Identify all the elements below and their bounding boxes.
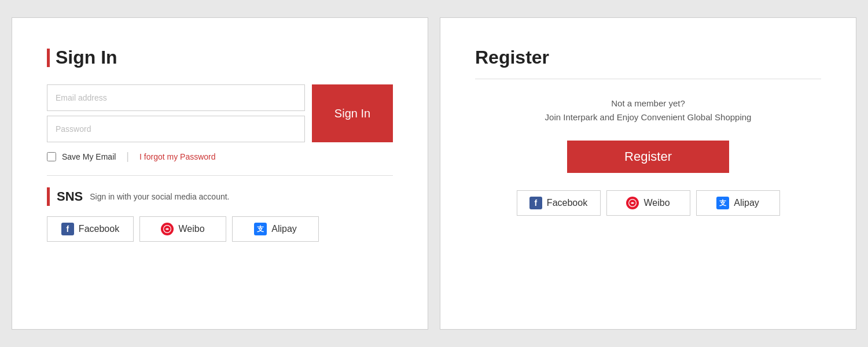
- save-email-label: Save My Email: [62, 152, 116, 161]
- alipay-label: Alipay: [734, 198, 759, 208]
- save-email-checkbox[interactable]: [47, 152, 56, 161]
- weibo-icon: [626, 197, 639, 209]
- forgot-password-link[interactable]: I forgot my Password: [139, 152, 216, 161]
- facebook-icon: f: [61, 223, 74, 235]
- inputs-column: [47, 84, 305, 142]
- alipay-signin-button[interactable]: 支 Alipay: [232, 216, 319, 242]
- weibo-label: Weibo: [178, 224, 204, 234]
- weibo-label: Weibo: [643, 198, 670, 208]
- alipay-icon: 支: [716, 197, 729, 209]
- sns-header: SNS Sign in with your social media accou…: [47, 187, 393, 206]
- register-divider: [475, 79, 821, 79]
- signin-title: Sign In: [56, 47, 117, 68]
- alipay-icon: 支: [254, 223, 267, 235]
- red-accent-bar: [47, 49, 50, 67]
- signin-button[interactable]: Sign In: [312, 84, 393, 142]
- alipay-label: Alipay: [271, 224, 297, 234]
- weibo-signin-button[interactable]: Weibo: [139, 216, 226, 242]
- register-panel: Register Not a member yet? Join Interpar…: [440, 17, 856, 330]
- signin-panel: Sign In Sign In Save My Email | I forgot…: [12, 17, 428, 330]
- email-input[interactable]: [47, 84, 305, 111]
- facebook-label: Facebook: [547, 198, 587, 208]
- remember-forgot-row: Save My Email | I forgot my Password: [47, 150, 393, 163]
- sns-subtitle: Sign in with your social media account.: [90, 192, 229, 201]
- register-button[interactable]: Register: [567, 141, 729, 173]
- register-title: Register: [475, 47, 821, 68]
- sns-title: SNS: [57, 189, 83, 204]
- alipay-register-button[interactable]: 支 Alipay: [696, 190, 780, 216]
- register-social-buttons-group: f Facebook Weibo 支 Alipay: [475, 190, 821, 216]
- signin-title-row: Sign In: [47, 47, 393, 68]
- weibo-register-button[interactable]: Weibo: [606, 190, 690, 216]
- sns-red-bar: [47, 187, 50, 206]
- register-description: Not a member yet? Join Interpark and Enj…: [475, 97, 821, 124]
- weibo-icon: [161, 223, 174, 235]
- facebook-icon: f: [529, 197, 542, 209]
- password-input[interactable]: [47, 116, 305, 142]
- section-divider: [47, 175, 393, 176]
- facebook-register-button[interactable]: f Facebook: [517, 190, 601, 216]
- option-divider: |: [126, 150, 129, 163]
- social-buttons-group: f Facebook Weibo 支 Alipay: [47, 216, 393, 242]
- facebook-signin-button[interactable]: f Facebook: [47, 216, 134, 242]
- facebook-label: Facebook: [79, 224, 119, 234]
- signin-form: Sign In: [47, 84, 393, 142]
